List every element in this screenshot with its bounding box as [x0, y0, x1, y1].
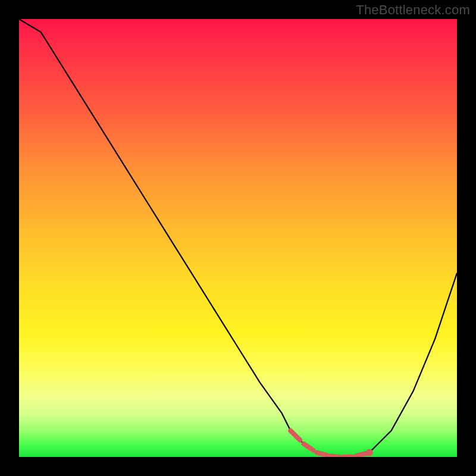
- chart-frame: TheBottleneck.com: [0, 0, 476, 476]
- bottleneck-curve-svg: [19, 19, 457, 457]
- watermark-text: TheBottleneck.com: [356, 2, 470, 18]
- bottleneck-curve-path: [19, 19, 457, 457]
- optimal-range-highlight: [290, 431, 365, 457]
- current-config-marker: [366, 449, 373, 456]
